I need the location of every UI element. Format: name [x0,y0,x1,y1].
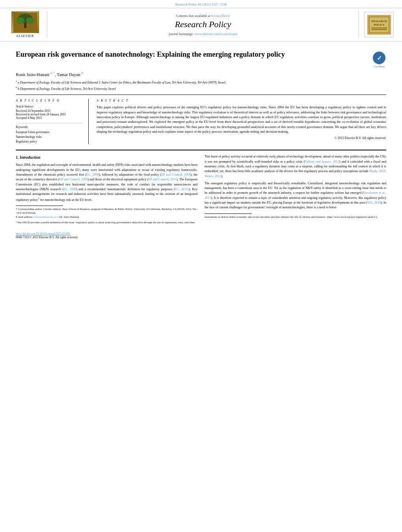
ref-savolainen[interactable]: Savolainen et al., 2013 [205,191,386,199]
crossmark-badge[interactable]: ✓ CrossMark [372,52,386,68]
article-info-heading: A R T I C L E I N F O [16,99,82,102]
journal-logo-container: RESEARCH POLICY [359,11,394,38]
affiliation-b: b b Department of Zoology, Faculty of Li… [16,85,386,91]
page: Research Policy 44 (2015) 1527–1536 ELSE… [0,0,402,241]
info-divider [16,123,82,123]
keyword-2: Nanotechnology risks [16,135,82,139]
svg-rect-9 [371,28,387,28]
crossmark-icon: ✓ [373,52,385,64]
accepted-date: Accepted 4 May 2015 [16,116,82,120]
keywords-list: European Union governance Nanotechnology… [16,130,82,144]
svg-point-3 [17,17,24,24]
email-link[interactable]: runitjus@post.tau.ac.il [34,215,59,219]
svg-text:RESEARCH: RESEARCH [371,20,387,23]
contents-line: Contents lists available at ScienceDirec… [176,14,230,18]
header-center: Contents lists available at ScienceDirec… [47,11,359,38]
homepage-link[interactable]: www.elsevier.com/locate/respol [195,32,238,36]
ref-ep-council-2011[interactable]: EP and Council, 2011 [148,178,177,181]
ref-falkner-jaspers[interactable]: Falkner and Jaspers, 2012 [305,160,339,163]
abstract-column: A B S T R A C T This paper explores poli… [97,99,386,144]
two-col-body: 1. Introduction Since 2004, the regulati… [16,154,386,224]
ref-ec2011a[interactable]: EC, 2011a [175,187,189,191]
crossmark-text: CrossMark [374,65,385,68]
article-title: European risk governance of nanotechnolo… [16,50,366,59]
intro-para-1: Since 2004, the regulation and oversight… [16,163,197,202]
doi-link[interactable]: http://dx.doi.org/10.1016/j.respol.2015.… [16,232,71,235]
body-divider [16,150,386,150]
svg-point-4 [26,17,34,24]
footnote-1-right: instruments to deliver better economic a… [205,215,386,219]
ref-ep-council-2009[interactable]: EP and Council, 2009 [59,178,87,181]
footnote-1: ¹ The OECD provides a useful definition … [16,221,197,225]
footnote-divider-left [16,206,63,206]
journal-logo-box: RESEARCH POLICY [364,12,394,37]
intro-para-right-2: The emergent regulatory policy is empiri… [205,181,386,210]
abstract-text: This paper explores political drivers an… [97,105,386,134]
footnote-divider-right [205,213,252,214]
elsevier-logo-container: ELSEVIER [8,11,47,38]
svg-rect-2 [24,23,26,28]
authors-line: Ronit Justo-Hanani a,*, Tamar Dayan b [16,71,386,77]
keyword-3: Regulatory policy [16,139,82,144]
ref-ec2008a[interactable]: EC, 2008 [86,173,99,176]
article-title-section: European risk governance of nanotechnolo… [16,50,386,68]
ref-hardy-stokes[interactable]: Hardy, 2010; Stokes, 2012 [205,169,386,178]
svg-text:POLICY: POLICY [374,23,384,26]
intro-para-right-1: This burst of policy activity occurred a… [205,154,386,178]
article-body: A R T I C L E I N F O Article history: R… [16,99,386,144]
svg-rect-10 [371,29,387,30]
ref-ec2008b[interactable]: EC, 2008 [63,187,76,191]
body-left-column: 1. Introduction Since 2004, the regulati… [16,154,197,224]
received-revised-date: Received in revised form 24 January 2015 [16,113,82,116]
issn-text: 0048-7333/© 2015 Elsevier B.V. All right… [16,235,78,239]
copyright-line: © 2015 Elsevier B.V. All rights reserved… [97,136,386,140]
keyword-1: European Union governance [16,130,82,135]
keywords-section: Keywords: European Union governance Nano… [16,125,82,144]
elsevier-logo-image [11,11,39,33]
article-info-column: A R T I C L E I N F O Article history: R… [16,99,89,144]
journal-reference: Research Policy 44 (2015) 1527–1536 [175,2,227,6]
main-content: European risk governance of nanotechnolo… [0,41,402,229]
abstract-heading: A B S T R A C T [97,99,386,102]
article-divider [16,95,386,95]
journal-logo-icon: RESEARCH POLICY [367,15,391,35]
homepage-line: journal homepage: www.elsevier.com/locat… [169,32,237,36]
ref-nia-2014[interactable]: NIA, 2014 [367,201,381,204]
ref-ep-council-2008[interactable]: EP and Council, 2008 [161,173,190,176]
journal-title: Research Policy [175,19,231,30]
elsevier-logo: ELSEVIER [11,11,39,38]
elsevier-tree-icon [13,13,37,32]
top-bar: Research Policy 44 (2015) 1527–1536 [0,0,402,8]
page-footer: http://dx.doi.org/10.1016/j.respol.2015.… [0,229,402,241]
history-label: Article history: [16,105,82,108]
received-date: Received 24 September 2013 [16,109,82,113]
sciencedirect-link[interactable]: ScienceDirect [211,14,230,18]
footnote-star: * Corresponding author. Current address:… [16,208,197,219]
body-right-column: This burst of policy activity occurred a… [205,154,386,224]
article-history-group: Article history: Received 24 September 2… [16,105,82,120]
elsevier-text: ELSEVIER [16,34,34,38]
introduction-heading: 1. Introduction [16,154,197,160]
affiliation-a: a a Department of Zoology, Faculty of Li… [16,79,386,85]
keywords-heading: Keywords: [16,125,82,129]
header-section: ELSEVIER Contents lists available at Sci… [0,8,402,41]
